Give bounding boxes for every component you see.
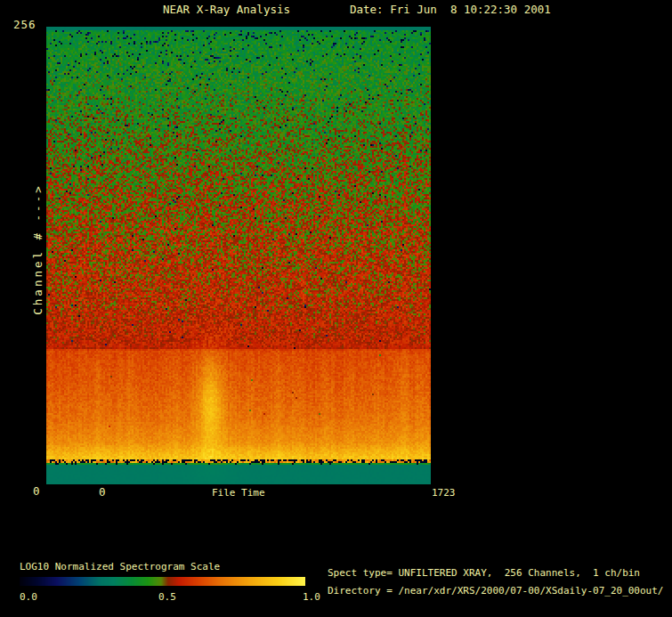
directory-info: Directory = /near/xdr/XRS/2000/07-00/XSd… [328,585,664,597]
x-axis-min-tick: 0 [99,486,107,499]
spectrogram-heatmap [46,27,431,484]
y-axis-label: Channel # ---> [31,183,45,314]
colorbar-tick-min: 0.0 [20,591,37,603]
y-axis-min-tick: 0 [33,485,41,498]
page-title: NEAR X-Ray Analysis [163,4,290,16]
y-axis-max-tick: 256 [13,19,36,31]
date-label: Date: Fri Jun 8 10:22:30 2001 [350,4,551,16]
colorbar-tick-max: 1.0 [303,591,320,603]
spect-type-info: Spect type= UNFILTERED XRAY, 256 Channel… [328,567,640,579]
x-axis-label: File Time [212,487,265,499]
colorbar-title: LOG10 Normalized Spectrogram Scale [20,561,220,572]
colorbar-gradient [20,577,305,586]
colorbar-tick-mid: 0.5 [158,591,176,603]
x-axis-max-tick: 1723 [432,487,456,499]
near-xray-analysis-window: NEAR X-Ray Analysis Date: Fri Jun 8 10:2… [0,0,672,617]
